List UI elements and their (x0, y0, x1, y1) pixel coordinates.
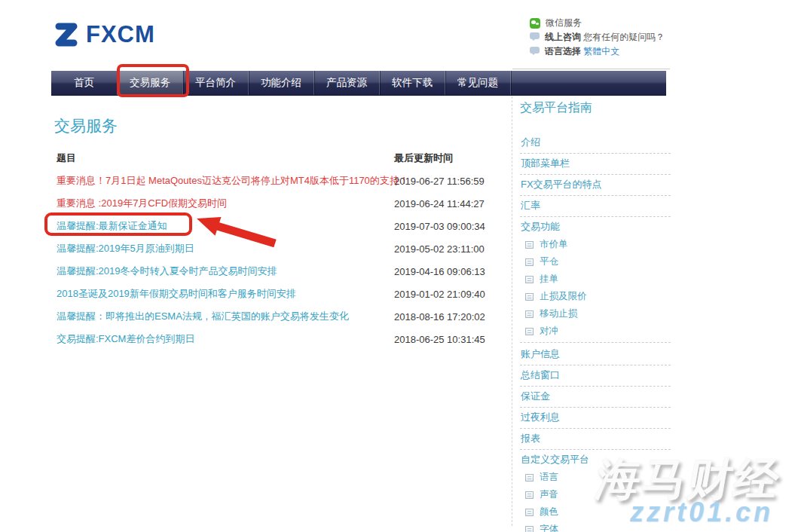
language-select-label: 语言选择 (545, 46, 581, 57)
row-title-link[interactable]: 重要消息！7月1日起 MetaQoutes迈达克公司将停止对MT4版本低于117… (57, 174, 394, 188)
nav-tab-5[interactable]: 软件下载 (379, 71, 445, 95)
sidebar-title: 交易平台指南 (520, 100, 671, 116)
sidebar-sub-item-label: 平仓 (540, 255, 558, 268)
nav-filler (510, 71, 666, 95)
table-header: 题目 最后更新时间 (57, 147, 503, 170)
online-chat-label: 线上咨询 (545, 32, 581, 42)
nav-tab-1[interactable]: 交易服务 (117, 71, 182, 95)
column-header-updated: 最后更新时间 (394, 151, 503, 165)
table-row: 温馨提醒:2019冬令时转入夏令时产品交易时间安排2019-04-16 09:0… (57, 260, 503, 283)
document-icon (525, 474, 534, 482)
online-chat-link[interactable]: 线上咨询 您有任何的疑问吗？ (530, 31, 670, 43)
table-row: 2018圣诞及2019新年假期交易时间和客户服务时间安排2019-01-02 2… (57, 283, 503, 305)
sidebar-item[interactable]: 介绍 (520, 133, 671, 154)
row-title-link[interactable]: 重要消息 :2019年7月CFD假期交易时间 (57, 197, 394, 210)
sidebar-item[interactable]: 过夜利息 (520, 408, 671, 429)
sidebar-sub-item-label: 颜色 (540, 506, 558, 518)
sidebar-item[interactable]: 保证金 (520, 387, 671, 408)
sidebar-sub-item-label: 市价单 (540, 238, 568, 251)
sidebar-item[interactable]: 报表 (520, 429, 671, 450)
sidebar-sub-item-label: 挂单 (540, 273, 558, 286)
document-icon (525, 241, 534, 249)
row-updated-time: 2018-06-25 10:31:45 (394, 334, 503, 345)
table-row: 温馨提醒:最新保证金通知2019-07-03 09:00:34 (57, 215, 503, 237)
sidebar-sub-item-label: 移动止损 (540, 307, 577, 320)
document-icon (525, 526, 534, 532)
traditional-chinese-link[interactable]: 繁體中文 (583, 46, 619, 57)
document-icon (525, 258, 534, 266)
sidebar-sub-item[interactable]: 对冲 (520, 323, 671, 340)
sidebar-item[interactable]: 交易功能 (520, 217, 671, 236)
sidebar-sub-item-label: 语言 (540, 471, 558, 484)
row-updated-time: 2019-06-24 11:44:27 (394, 198, 503, 209)
page-title: 交易服务 (54, 115, 118, 136)
document-icon (525, 293, 534, 301)
sidebar-item[interactable]: 汇率 (520, 196, 671, 217)
sidebar-item[interactable]: 账户信息 (520, 344, 671, 365)
table-row: 重要消息 :2019年7月CFD假期交易时间2019-06-24 11:44:2… (57, 192, 503, 215)
row-title-link[interactable]: 交易提醒:FXCM差价合约到期日 (57, 332, 394, 346)
wechat-label: 微信服务 (546, 17, 582, 29)
online-chat-text: 线上咨询 您有任何的疑问吗？ (545, 31, 665, 43)
watermark-url: zzrt01.cn (630, 497, 773, 528)
row-updated-time: 2019-01-02 21:09:40 (394, 289, 503, 300)
topbar-contact: 微信服务 线上咨询 您有任何的疑问吗？ 语言选择 繁體中文 (530, 17, 670, 60)
chat-bubble-icon (530, 32, 540, 39)
wechat-service-link[interactable]: 微信服务 (530, 17, 670, 29)
document-icon (525, 328, 534, 335)
online-chat-question: 您有任何的疑问吗？ (583, 32, 665, 42)
document-icon (525, 491, 534, 499)
sidebar-sub-item-label: 声音 (540, 488, 558, 501)
row-updated-time: 2018-08-16 17:20:02 (394, 311, 503, 323)
fxcm-z-icon (51, 20, 81, 50)
sidebar-item[interactable]: 总结窗口 (520, 365, 671, 387)
brand-name: FXCM (86, 21, 155, 48)
nav-tab-2[interactable]: 平台简介 (182, 71, 248, 95)
table-rows: 重要消息！7月1日起 MetaQoutes迈达克公司将停止对MT4版本低于117… (57, 170, 503, 350)
fxcm-logo[interactable]: FXCM (51, 20, 155, 50)
sidebar-sub-item[interactable]: 移动止损 (520, 305, 671, 323)
topbar-divider (512, 69, 670, 69)
sidebar-sub-item-label: 对冲 (540, 325, 558, 338)
table-row: 重要消息！7月1日起 MetaQoutes迈达克公司将停止对MT4版本低于117… (57, 170, 503, 192)
document-icon (525, 276, 534, 283)
sidebar-item[interactable]: 顶部菜单栏 (520, 154, 671, 175)
row-title-link[interactable]: 温馨提醒:2019年5月原油到期日 (57, 242, 394, 255)
document-icon (525, 310, 534, 318)
row-updated-time: 2019-06-27 11:56:59 (394, 176, 503, 187)
table-row: 交易提醒:FXCM差价合约到期日2018-06-25 10:31:45 (57, 328, 503, 350)
sidebar-sub-item[interactable]: 市价单 (520, 236, 671, 253)
sidebar-sub-item[interactable]: 平仓 (520, 253, 671, 271)
sidebar-sub-item[interactable]: 止损及限价 (520, 288, 671, 305)
column-header-title: 题目 (57, 151, 394, 165)
table-row: 温馨提醒：即将推出的ESMA法规，福汇英国的账户交易将发生变化2018-08-1… (57, 305, 503, 328)
row-title-link[interactable]: 温馨提醒：即将推出的ESMA法规，福汇英国的账户交易将发生变化 (57, 310, 394, 323)
announcement-table: 题目 最后更新时间 重要消息！7月1日起 MetaQoutes迈达克公司将停止对… (57, 147, 503, 350)
row-updated-time: 2019-07-03 09:00:34 (394, 221, 503, 232)
sidebar-divider-line (512, 96, 512, 526)
nav-tab-3[interactable]: 功能介绍 (248, 71, 313, 95)
row-title-link[interactable]: 温馨提醒:最新保证金通知 (57, 219, 394, 233)
page: FXCM 微信服务 线上咨询 您有任何的疑问吗？ 语言选择 繁體中文 首页交易服… (0, 0, 795, 532)
document-icon (525, 509, 534, 516)
sidebar-item[interactable]: FX交易平台的特点 (520, 175, 671, 196)
nav: 首页交易服务平台简介功能介绍产品资源软件下载常见问题 (51, 71, 666, 96)
table-row: 温馨提醒:2019年5月原油到期日2019-05-02 23:11:00 (57, 237, 503, 260)
chat-bubble-icon (530, 47, 540, 54)
row-updated-time: 2019-05-02 23:11:00 (394, 243, 503, 255)
row-title-link[interactable]: 温馨提醒:2019冬令时转入夏令时产品交易时间安排 (57, 264, 394, 278)
nav-tab-6[interactable]: 常见问题 (445, 71, 510, 95)
nav-tab-4[interactable]: 产品资源 (313, 71, 379, 95)
sidebar-sub-item-label: 止损及限价 (540, 290, 587, 303)
row-updated-time: 2019-04-16 09:06:13 (394, 266, 503, 277)
row-title-link[interactable]: 2018圣诞及2019新年假期交易时间和客户服务时间安排 (57, 287, 394, 301)
language-select-row: 语言选择 繁體中文 (530, 45, 670, 57)
sidebar-sub-item[interactable]: 挂单 (520, 271, 671, 288)
nav-tab-0[interactable]: 首页 (51, 71, 117, 95)
sidebar-group-divider (520, 342, 671, 343)
wechat-icon (530, 18, 540, 29)
sidebar-sub-item-label: 字体 (540, 523, 558, 532)
